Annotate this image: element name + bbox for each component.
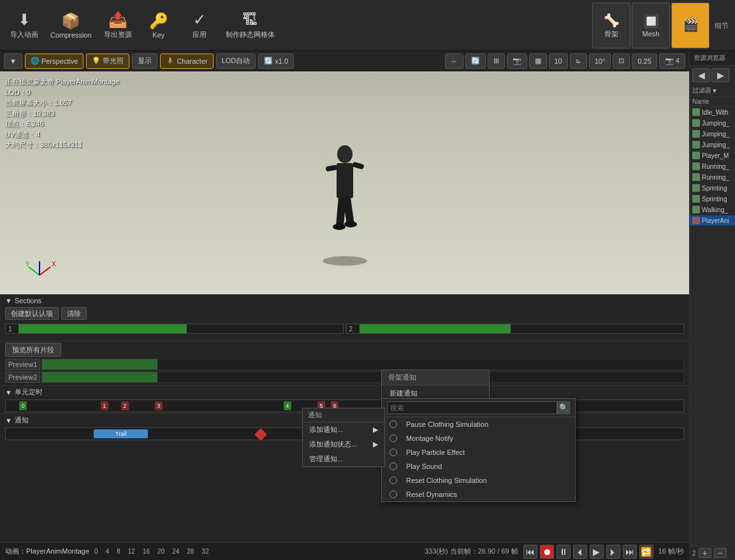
search-icon[interactable]: 🔍 [557, 401, 570, 414]
red-arrow [0, 0, 689, 560]
skeleton-notify-header: 骨架通知 [382, 370, 489, 385]
add-notify-state-arrow: ▶ [373, 440, 378, 449]
reset-dynamics-radio [389, 491, 397, 498]
notify-context-popup: 通知 添加通知... ▶ 添加通知状态... ▶ 管理通知... [302, 408, 385, 467]
reset-dynamics-item[interactable]: Reset Dynamics [382, 487, 575, 501]
add-notify-arrow: ▶ [373, 426, 378, 434]
montage-notify-radio [389, 434, 397, 442]
notify-popup-header: 通知 [303, 408, 384, 422]
pause-clothing-item[interactable]: Pause Clothing Simulation [382, 417, 575, 431]
play-sound-radio [389, 463, 397, 470]
search-context-menu: 🔍 Pause Clothing Simulation Montage Noti… [381, 398, 576, 502]
context-menu-overlay: 通知 添加通知... ▶ 添加通知状态... ▶ 管理通知... 骨架通知 新建… [0, 0, 735, 560]
pause-clothing-radio [389, 420, 397, 428]
reset-clothing-radio [389, 477, 397, 484]
search-row: 🔍 [382, 399, 575, 417]
play-sound-item[interactable]: Play Sound [382, 459, 575, 473]
montage-notify-item[interactable]: Montage Notify [382, 431, 575, 445]
add-notify-item[interactable]: 添加通知... ▶ [303, 422, 384, 437]
add-notify-state-item[interactable]: 添加通知状态... ▶ [303, 437, 384, 452]
reset-clothing-item[interactable]: Reset Clothing Simulation [382, 473, 575, 487]
search-input[interactable] [387, 401, 557, 414]
play-particle-item[interactable]: Play Particle Effect [382, 445, 575, 459]
manage-notify-item[interactable]: 管理通知... [303, 452, 384, 466]
play-particle-radio [389, 449, 397, 456]
